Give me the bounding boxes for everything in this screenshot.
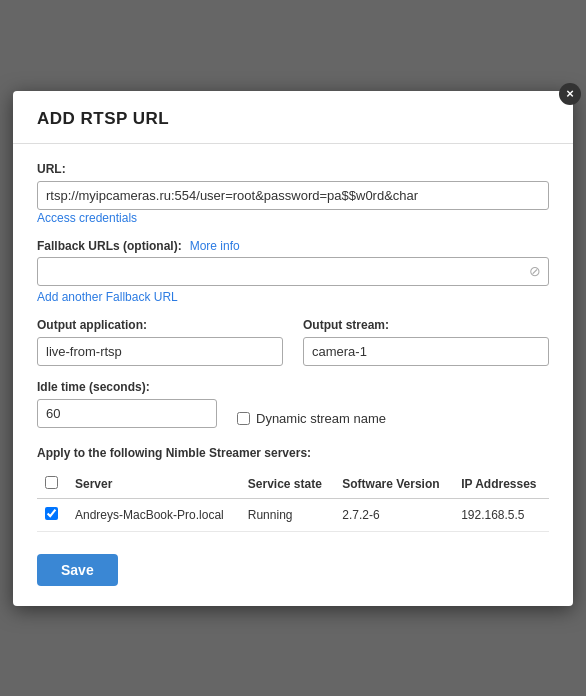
modal-title: ADD RTSP URL	[37, 109, 549, 129]
fallback-more-info-link[interactable]: More info	[190, 239, 240, 253]
output-row: Output application: Output stream:	[37, 318, 549, 366]
add-fallback-link[interactable]: Add another Fallback URL	[37, 290, 178, 304]
output-stream-input[interactable]	[303, 337, 549, 366]
idle-time-input[interactable]	[37, 399, 217, 428]
fallback-label-row: Fallback URLs (optional): More info	[37, 239, 549, 253]
modal-header: ADD RTSP URL	[13, 91, 573, 144]
dynamic-stream-checkbox[interactable]	[237, 412, 250, 425]
row-server: Andreys-MacBook-Pro.local	[67, 498, 240, 531]
table-row: Andreys-MacBook-Pro.local Running 2.7.2-…	[37, 498, 549, 531]
fallback-label: Fallback URLs (optional):	[37, 239, 182, 253]
idle-time-group: Idle time (seconds):	[37, 380, 217, 428]
select-all-checkbox[interactable]	[45, 476, 58, 489]
output-app-label: Output application:	[37, 318, 283, 332]
fallback-url-input[interactable]	[37, 257, 549, 286]
servers-section: Apply to the following Nimble Streamer s…	[37, 446, 549, 532]
row-ip-addresses: 192.168.5.5	[453, 498, 549, 531]
output-app-group: Output application:	[37, 318, 283, 366]
idle-row: Idle time (seconds): Dynamic stream name	[37, 380, 549, 428]
fallback-input-wrap: ⊘	[37, 257, 549, 286]
col-software-version: Software Version	[334, 470, 453, 499]
save-button[interactable]: Save	[37, 554, 118, 586]
url-label: URL:	[37, 162, 549, 176]
access-credentials-link[interactable]: Access credentials	[37, 211, 137, 225]
row-checkbox-cell[interactable]	[37, 498, 67, 531]
col-server: Server	[67, 470, 240, 499]
col-checkbox	[37, 470, 67, 499]
output-stream-label: Output stream:	[303, 318, 549, 332]
modal-container: × ADD RTSP URL URL: Access credentials F…	[13, 91, 573, 606]
servers-title: Apply to the following Nimble Streamer s…	[37, 446, 549, 460]
row-service-state: Running	[240, 498, 334, 531]
table-header-row: Server Service state Software Version IP…	[37, 470, 549, 499]
modal-body: URL: Access credentials Fallback URLs (o…	[13, 144, 573, 606]
url-input[interactable]	[37, 181, 549, 210]
row-checkbox[interactable]	[45, 507, 58, 520]
idle-time-label: Idle time (seconds):	[37, 380, 217, 394]
output-stream-group: Output stream:	[303, 318, 549, 366]
clear-fallback-icon[interactable]: ⊘	[529, 263, 541, 279]
fallback-group: Fallback URLs (optional): More info ⊘ Ad…	[37, 239, 549, 304]
output-app-input[interactable]	[37, 337, 283, 366]
col-service-state: Service state	[240, 470, 334, 499]
dynamic-stream-label: Dynamic stream name	[256, 411, 386, 426]
servers-table: Server Service state Software Version IP…	[37, 470, 549, 532]
row-software-version: 2.7.2-6	[334, 498, 453, 531]
dynamic-stream-group: Dynamic stream name	[237, 411, 386, 428]
col-ip-addresses: IP Addresses	[453, 470, 549, 499]
url-group: URL: Access credentials	[37, 162, 549, 225]
close-button[interactable]: ×	[559, 83, 581, 105]
